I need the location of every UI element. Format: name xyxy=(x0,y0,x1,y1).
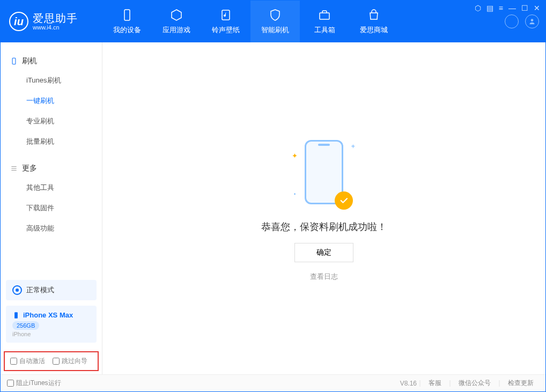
user-button[interactable] xyxy=(525,14,539,28)
main-content: ✦ + • 恭喜您，保资料刷机成功啦！ 确定 查看日志 xyxy=(102,42,545,374)
spark-icon: • xyxy=(294,191,296,197)
nav-my-device[interactable]: 我的设备 xyxy=(102,1,152,42)
svg-rect-2 xyxy=(320,13,329,19)
nav-smart-flash[interactable]: 智能刷机 xyxy=(250,1,300,42)
cube-icon xyxy=(169,8,183,22)
sidebar-item-pro-flash[interactable]: 专业刷机 xyxy=(1,111,102,131)
nav-label: 铃声壁纸 xyxy=(212,25,240,35)
mode-dot-icon xyxy=(12,285,22,295)
shield-icon xyxy=(268,8,282,22)
version-label: V8.16 xyxy=(400,380,417,387)
footer-link-service[interactable]: 客服 xyxy=(429,379,441,388)
list-icon[interactable]: ▤ xyxy=(486,4,493,12)
nav-label: 应用游戏 xyxy=(163,25,190,35)
nav-store[interactable]: 爱思商城 xyxy=(349,1,399,42)
sidebar-item-oneclick-flash[interactable]: 一键刷机 xyxy=(1,91,102,111)
mode-card[interactable]: 正常模式 xyxy=(6,280,97,300)
success-illustration: ✦ + • xyxy=(292,136,356,211)
close-icon[interactable]: ✕ xyxy=(534,4,540,12)
window-controls: ⬡ ▤ ≡ — ☐ ✕ xyxy=(475,4,540,12)
sidebar: 刷机 iTunes刷机 一键刷机 专业刷机 批量刷机 更多 其他工具 下载固件 … xyxy=(1,42,102,374)
svg-rect-0 xyxy=(124,10,130,20)
toolbox-icon xyxy=(318,8,331,22)
nav-label: 爱思商城 xyxy=(360,25,388,35)
spark-icon: + xyxy=(351,142,355,150)
section-title-label: 更多 xyxy=(22,164,37,173)
checkbox-highlight-row: 自动激活 跳过向导 xyxy=(4,351,99,371)
svg-rect-4 xyxy=(12,58,16,64)
checkmark-badge-icon xyxy=(335,191,353,210)
footer-link-update[interactable]: 检查更新 xyxy=(508,379,534,388)
logo-icon: iu xyxy=(9,12,28,31)
checkbox-auto-activate[interactable]: 自动激活 xyxy=(10,357,45,366)
music-icon xyxy=(219,8,233,22)
svg-point-3 xyxy=(531,19,534,21)
sidebar-item-other-tools[interactable]: 其他工具 xyxy=(1,177,102,198)
sidebar-section-flash: 刷机 xyxy=(1,52,102,70)
sidebar-item-batch-flash[interactable]: 批量刷机 xyxy=(1,131,102,152)
view-log-link[interactable]: 查看日志 xyxy=(310,272,338,282)
header: iu 爱思助手 www.i4.cn 我的设备 应用游戏 铃声壁纸 智能刷机 工具… xyxy=(1,1,545,42)
storage-badge: 256GB xyxy=(12,321,39,330)
ok-button[interactable]: 确定 xyxy=(294,243,353,262)
nav-label: 我的设备 xyxy=(113,25,141,35)
success-message: 恭喜您，保资料刷机成功啦！ xyxy=(261,220,387,233)
spark-icon: ✦ xyxy=(292,152,298,160)
sidebar-item-itunes-flash[interactable]: iTunes刷机 xyxy=(1,70,102,91)
footer-link-wechat[interactable]: 微信公众号 xyxy=(459,379,491,388)
download-button[interactable] xyxy=(505,14,519,28)
device-name: iPhone XS Max xyxy=(23,311,73,319)
maximize-icon[interactable]: ☐ xyxy=(521,4,528,12)
nav-toolbox[interactable]: 工具箱 xyxy=(300,1,349,42)
svg-rect-5 xyxy=(14,312,18,319)
top-nav: 我的设备 应用游戏 铃声壁纸 智能刷机 工具箱 爱思商城 xyxy=(102,1,399,42)
body: 刷机 iTunes刷机 一键刷机 专业刷机 批量刷机 更多 其他工具 下载固件 … xyxy=(1,42,545,374)
nav-label: 工具箱 xyxy=(314,25,335,35)
logo-subtitle: www.i4.cn xyxy=(33,24,78,31)
menu-icon[interactable]: ≡ xyxy=(499,4,503,12)
device-card[interactable]: iPhone XS Max 256GB iPhone xyxy=(6,306,97,343)
nav-apps-games[interactable]: 应用游戏 xyxy=(152,1,201,42)
minimize-icon[interactable]: — xyxy=(508,4,516,12)
shirt-icon[interactable]: ⬡ xyxy=(475,4,481,12)
checkbox-block-itunes[interactable]: 阻止iTunes运行 xyxy=(7,379,61,388)
phone-icon xyxy=(10,57,18,65)
bag-icon xyxy=(367,8,381,22)
sidebar-item-advanced[interactable]: 高级功能 xyxy=(1,218,102,239)
checkbox-label: 自动激活 xyxy=(19,357,45,366)
checkbox-label: 跳过向导 xyxy=(62,357,87,366)
sidebar-item-download-firmware[interactable]: 下载固件 xyxy=(1,198,102,218)
footer: 阻止iTunes运行 V8.16 ｜ 客服 ｜ 微信公众号 ｜ 检查更新 xyxy=(1,374,545,391)
section-title-label: 刷机 xyxy=(22,56,37,66)
device-icon xyxy=(120,8,134,22)
sidebar-section-more: 更多 xyxy=(1,159,102,177)
device-type: iPhone xyxy=(12,331,90,337)
list-icon xyxy=(10,165,18,172)
checkbox-label: 阻止iTunes运行 xyxy=(16,379,61,388)
phone-small-icon xyxy=(12,312,20,319)
nav-ringtone-wallpaper[interactable]: 铃声壁纸 xyxy=(201,1,250,42)
checkbox-skip-guide[interactable]: 跳过向导 xyxy=(53,357,87,366)
nav-label: 智能刷机 xyxy=(261,25,289,35)
logo-title: 爱思助手 xyxy=(33,12,78,24)
mode-label: 正常模式 xyxy=(26,285,54,295)
logo[interactable]: iu 爱思助手 www.i4.cn xyxy=(1,1,102,42)
